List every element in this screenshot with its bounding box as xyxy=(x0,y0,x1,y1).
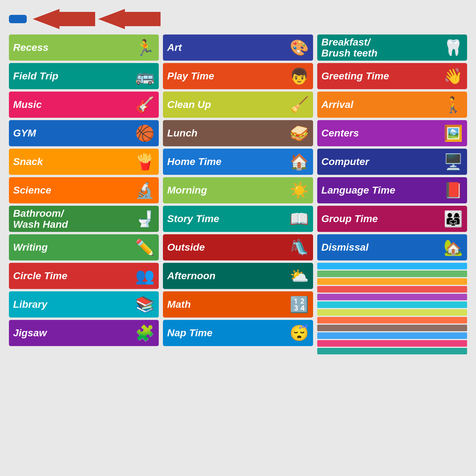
card-label: Dismissal xyxy=(321,242,441,253)
schedule-card: Language Time📕 xyxy=(317,177,467,203)
card-icon: 📕 xyxy=(444,181,463,199)
column-1: Recess🏃Field Trip🚌Music🎸GYM🏀Snack🍟Scienc… xyxy=(9,34,159,354)
card-label: Music xyxy=(13,99,133,110)
card-icon: 🍟 xyxy=(135,153,155,171)
schedule-card: Writing✏️ xyxy=(9,234,159,260)
card-icon: 🧩 xyxy=(135,324,155,342)
card-label: Greeting Time xyxy=(321,70,441,81)
schedule-card: Bathroom/ Wash Hand🚽 xyxy=(9,206,159,232)
card-icon: 🔬 xyxy=(135,181,155,199)
card-label: Writing xyxy=(13,242,133,253)
schedule-card: Breakfast/ Brush teeth🦷 xyxy=(317,34,467,61)
card-icon: ⛅ xyxy=(290,267,309,285)
card-icon: 🏡 xyxy=(444,238,463,257)
arrow-left-1 xyxy=(33,9,95,29)
color-strip xyxy=(317,294,467,300)
card-icon: 🛝 xyxy=(290,238,309,257)
svg-marker-1 xyxy=(98,9,161,29)
color-strip xyxy=(317,301,467,308)
card-icon: 🚌 xyxy=(135,67,155,85)
color-strip xyxy=(317,263,467,269)
color-strip xyxy=(317,286,467,293)
schedule-card: Music🎸 xyxy=(9,92,159,118)
schedule-card: Science🔬 xyxy=(9,177,159,203)
schedule-card: Home Time🏠 xyxy=(163,149,313,175)
card-label: Math xyxy=(167,299,287,310)
card-icon: 🚶 xyxy=(444,96,463,114)
card-icon: 🏠 xyxy=(290,153,309,171)
schedule-card: GYM🏀 xyxy=(9,120,159,146)
schedule-card: Centers🖼️ xyxy=(317,120,467,146)
card-label: Lunch xyxy=(167,128,287,139)
schedule-card: Library📚 xyxy=(9,291,159,318)
schedule-card: Computer🖥️ xyxy=(317,149,467,175)
schedule-card: Nap Time😴 xyxy=(163,320,313,346)
card-icon: 🧹 xyxy=(290,96,309,114)
card-label: Circle Time xyxy=(13,270,133,281)
schedule-card: Circle Time👥 xyxy=(9,263,159,289)
card-label: Jigsaw xyxy=(13,327,133,338)
color-strip xyxy=(317,278,467,285)
card-icon: 📚 xyxy=(135,296,155,314)
card-icon: 🦷 xyxy=(444,39,463,57)
card-icon: 🎸 xyxy=(135,96,155,114)
title-box xyxy=(9,15,27,23)
card-icon: 🖥️ xyxy=(444,153,463,171)
card-icon: 🥪 xyxy=(290,124,309,142)
card-icon: 👋 xyxy=(444,67,463,85)
schedule-card: Jigsaw🧩 xyxy=(9,320,159,346)
card-label: Art xyxy=(167,42,287,53)
column-2: Art🎨Play Time👦Clean Up🧹Lunch🥪Home Time🏠M… xyxy=(163,34,313,354)
card-label: Recess xyxy=(13,42,133,53)
schedule-card: Art🎨 xyxy=(163,34,313,61)
color-strip xyxy=(317,348,467,354)
color-strip xyxy=(317,309,467,316)
column-3: Breakfast/ Brush teeth🦷Greeting Time👋Arr… xyxy=(317,34,467,354)
schedule-card: Greeting Time👋 xyxy=(317,63,467,89)
schedule-card: Clean Up🧹 xyxy=(163,92,313,118)
card-label: Library xyxy=(13,299,133,310)
schedule-card: Dismissal🏡 xyxy=(317,234,467,260)
card-icon: 🏃 xyxy=(135,39,155,57)
card-label: GYM xyxy=(13,128,133,139)
schedule-card: Story Time📖 xyxy=(163,206,313,232)
svg-marker-0 xyxy=(33,9,95,29)
schedule-card: Group Time👨‍👩‍👧 xyxy=(317,206,467,232)
card-label: Language Time xyxy=(321,185,441,196)
card-label: Outside xyxy=(167,242,287,253)
card-label: Afternoon xyxy=(167,270,287,281)
card-label: Bathroom/ Wash Hand xyxy=(13,208,133,230)
card-icon: 🚽 xyxy=(135,210,155,228)
card-label: Clean Up xyxy=(167,99,287,110)
card-label: Play Time xyxy=(167,70,287,81)
card-icon: ☀️ xyxy=(290,181,309,199)
schedule-card: Snack🍟 xyxy=(9,149,159,175)
schedule-card: Recess🏃 xyxy=(9,34,159,61)
card-label: Arrival xyxy=(321,99,441,110)
card-label: Breakfast/ Brush teeth xyxy=(321,37,441,59)
card-icon: 👨‍👩‍👧 xyxy=(444,210,463,228)
card-label: Centers xyxy=(321,128,441,139)
arrows-container xyxy=(33,9,161,29)
schedule-card: Afternoon⛅ xyxy=(163,263,313,289)
color-strip xyxy=(317,271,467,277)
arrow-left-2 xyxy=(98,9,161,29)
card-icon: 🎨 xyxy=(290,39,309,57)
card-icon: 👦 xyxy=(290,67,309,85)
card-icon: 🖼️ xyxy=(444,124,463,142)
color-strips xyxy=(317,263,467,354)
schedule-card: Lunch🥪 xyxy=(163,120,313,146)
color-strip xyxy=(317,332,467,339)
card-label: Story Time xyxy=(167,213,287,224)
schedule-card: Morning☀️ xyxy=(163,177,313,203)
card-label: Snack xyxy=(13,156,133,167)
card-icon: 😴 xyxy=(290,324,309,342)
card-icon: 🏀 xyxy=(135,124,155,142)
schedule-card: Field Trip🚌 xyxy=(9,63,159,89)
header-area xyxy=(9,9,467,29)
schedule-card: Math🔢 xyxy=(163,291,313,318)
main-grid: Recess🏃Field Trip🚌Music🎸GYM🏀Snack🍟Scienc… xyxy=(9,34,467,354)
schedule-card: Outside🛝 xyxy=(163,234,313,260)
color-strip xyxy=(317,325,467,331)
card-icon: 👥 xyxy=(135,267,155,285)
